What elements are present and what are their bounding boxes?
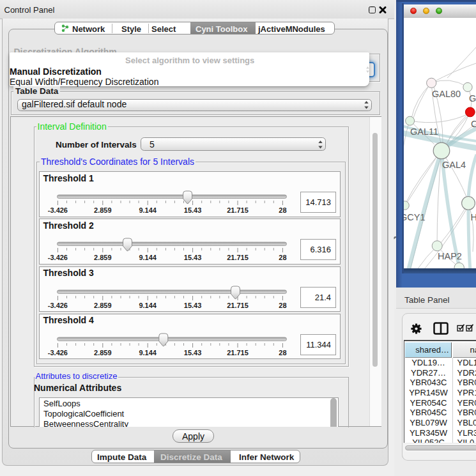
svg-text:-3.426: -3.426 — [47, 301, 67, 309]
svg-text:9.144: 9.144 — [139, 301, 157, 309]
svg-text:15.43: 15.43 — [183, 254, 201, 261]
svg-text:15.43: 15.43 — [183, 206, 201, 214]
svg-text:2.859: 2.859 — [94, 254, 112, 261]
svg-text:GCY1: GCY1 — [404, 212, 426, 222]
svg-text:9.144: 9.144 — [139, 254, 157, 261]
svg-text:15.43: 15.43 — [183, 348, 201, 356]
svg-text:HAP2: HAP2 — [438, 251, 462, 261]
svg-text:GAL11: GAL11 — [410, 127, 438, 137]
svg-text:2.859: 2.859 — [94, 348, 112, 356]
svg-text:28: 28 — [279, 206, 286, 214]
svg-text:-3.426: -3.426 — [47, 348, 67, 356]
svg-text:21.715: 21.715 — [227, 301, 249, 309]
svg-text:-3.426: -3.426 — [47, 254, 67, 261]
svg-text:CD: CD — [471, 119, 476, 129]
svg-text:28: 28 — [279, 348, 286, 356]
svg-text:GAL80: GAL80 — [432, 89, 461, 99]
svg-text:28: 28 — [279, 301, 286, 309]
svg-text:9.144: 9.144 — [139, 206, 157, 214]
svg-text:9.144: 9.144 — [139, 348, 157, 356]
svg-text:21.715: 21.715 — [227, 254, 249, 261]
svg-text:GAL4: GAL4 — [442, 160, 466, 170]
svg-text:2.859: 2.859 — [94, 301, 112, 309]
svg-text:21.715: 21.715 — [227, 206, 249, 214]
svg-text:2.859: 2.859 — [94, 206, 112, 214]
svg-text:-3.426: -3.426 — [47, 206, 67, 214]
svg-text:28: 28 — [279, 254, 286, 261]
svg-text:GA: GA — [469, 93, 476, 104]
svg-text:15.43: 15.43 — [183, 301, 201, 309]
svg-text:HI: HI — [471, 212, 476, 222]
svg-text:21.715: 21.715 — [227, 348, 249, 356]
